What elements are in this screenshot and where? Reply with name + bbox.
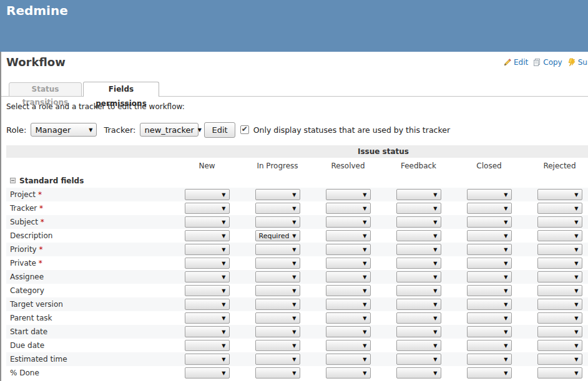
- permission-select[interactable]: [537, 312, 582, 324]
- permission-select[interactable]: [326, 367, 371, 379]
- permission-select[interactable]: [537, 203, 582, 214]
- permission-select[interactable]: [326, 244, 371, 255]
- permission-select[interactable]: [467, 312, 512, 324]
- permission-select[interactable]: [467, 299, 512, 310]
- permission-select[interactable]: [326, 312, 371, 324]
- edit-button[interactable]: Edit: [204, 122, 235, 138]
- permission-cell: [454, 326, 524, 337]
- edit-workflow-link[interactable]: Edit: [503, 58, 528, 67]
- permission-select[interactable]: [326, 326, 371, 337]
- permission-select[interactable]: [185, 216, 230, 228]
- permission-select[interactable]: [537, 258, 582, 269]
- permission-select[interactable]: [326, 271, 371, 282]
- tab-fields-permissions[interactable]: Fields permissions: [83, 82, 159, 97]
- permission-select[interactable]: [537, 299, 582, 310]
- permission-select[interactable]: [326, 258, 371, 269]
- permission-select[interactable]: [467, 203, 512, 214]
- permission-select[interactable]: Required: [255, 230, 300, 241]
- permission-select[interactable]: [396, 312, 441, 324]
- permission-select[interactable]: [185, 189, 230, 200]
- permission-select[interactable]: [467, 367, 512, 379]
- permission-select[interactable]: [396, 230, 441, 241]
- permission-select[interactable]: [467, 340, 512, 351]
- only-used-statuses-checkbox[interactable]: [240, 125, 249, 134]
- permission-select[interactable]: [467, 271, 512, 282]
- permission-select[interactable]: [396, 216, 441, 228]
- permission-select[interactable]: [396, 203, 441, 214]
- permission-select[interactable]: [255, 299, 300, 310]
- permission-select[interactable]: [255, 354, 300, 365]
- permission-select[interactable]: [255, 189, 300, 200]
- permission-select[interactable]: [467, 244, 512, 255]
- permission-select[interactable]: [255, 312, 300, 324]
- summary-link[interactable]: Summ: [567, 58, 588, 67]
- permission-select[interactable]: [396, 354, 441, 365]
- permission-select[interactable]: [396, 258, 441, 269]
- permission-select[interactable]: [467, 326, 512, 337]
- permission-select[interactable]: [537, 326, 582, 337]
- copy-workflow-link[interactable]: Copy: [532, 58, 562, 67]
- permission-select[interactable]: [467, 189, 512, 200]
- permission-select[interactable]: [255, 203, 300, 214]
- permission-select[interactable]: [185, 271, 230, 282]
- permission-select[interactable]: [467, 285, 512, 296]
- permission-select[interactable]: [185, 258, 230, 269]
- permission-select[interactable]: [396, 326, 441, 337]
- permission-select[interactable]: [255, 258, 300, 269]
- permission-select[interactable]: [467, 230, 512, 241]
- permission-select[interactable]: [396, 367, 441, 379]
- permission-select[interactable]: [185, 244, 230, 255]
- permission-select[interactable]: [255, 216, 300, 228]
- permission-select[interactable]: [326, 216, 371, 228]
- permission-select[interactable]: [185, 285, 230, 296]
- required-asterisk: *: [36, 190, 42, 199]
- permission-select[interactable]: [255, 271, 300, 282]
- permission-select[interactable]: [467, 354, 512, 365]
- permission-select[interactable]: [185, 367, 230, 379]
- permission-select[interactable]: [326, 203, 371, 214]
- permission-select[interactable]: [185, 340, 230, 351]
- permission-select[interactable]: [255, 244, 300, 255]
- permission-select[interactable]: [255, 285, 300, 296]
- permission-select[interactable]: [537, 367, 582, 379]
- permission-select[interactable]: [537, 285, 582, 296]
- permission-select[interactable]: [255, 367, 300, 379]
- permission-select[interactable]: [537, 271, 582, 282]
- permission-select[interactable]: [467, 258, 512, 269]
- permission-select[interactable]: [396, 189, 441, 200]
- permission-select[interactable]: [185, 299, 230, 310]
- permission-select[interactable]: [326, 354, 371, 365]
- permission-select[interactable]: [396, 271, 441, 282]
- permission-select[interactable]: [185, 354, 230, 365]
- collapse-toggle-icon[interactable]: [10, 178, 16, 183]
- permission-select[interactable]: [326, 189, 371, 200]
- permission-cell: [313, 189, 383, 200]
- permission-cell: [242, 203, 313, 214]
- permission-select[interactable]: [537, 230, 582, 241]
- permission-select[interactable]: [185, 203, 230, 214]
- permission-cell: [524, 285, 588, 296]
- role-select[interactable]: Manager: [31, 123, 97, 137]
- permission-select[interactable]: [396, 244, 441, 255]
- permission-select[interactable]: [255, 340, 300, 351]
- permission-select[interactable]: [396, 285, 441, 296]
- tab-status-transitions[interactable]: Status transitions: [9, 82, 82, 97]
- permission-select[interactable]: [326, 285, 371, 296]
- permission-select[interactable]: [185, 312, 230, 324]
- permission-select[interactable]: [185, 230, 230, 241]
- permission-select[interactable]: [396, 340, 441, 351]
- permission-select[interactable]: [185, 326, 230, 337]
- permission-select[interactable]: [326, 340, 371, 351]
- permission-select[interactable]: [255, 326, 300, 337]
- permission-select[interactable]: [537, 244, 582, 255]
- permission-select[interactable]: [537, 189, 582, 200]
- permission-select[interactable]: [326, 230, 371, 241]
- permission-select[interactable]: [396, 299, 441, 310]
- permission-select[interactable]: [537, 354, 582, 365]
- tracker-select[interactable]: new_tracker: [140, 123, 198, 137]
- permission-select[interactable]: [467, 216, 512, 228]
- permission-select[interactable]: [537, 216, 582, 228]
- permission-select[interactable]: [537, 340, 582, 351]
- permission-select[interactable]: [326, 299, 371, 310]
- only-used-statuses-label[interactable]: Only display statuses that are used by t…: [253, 125, 450, 135]
